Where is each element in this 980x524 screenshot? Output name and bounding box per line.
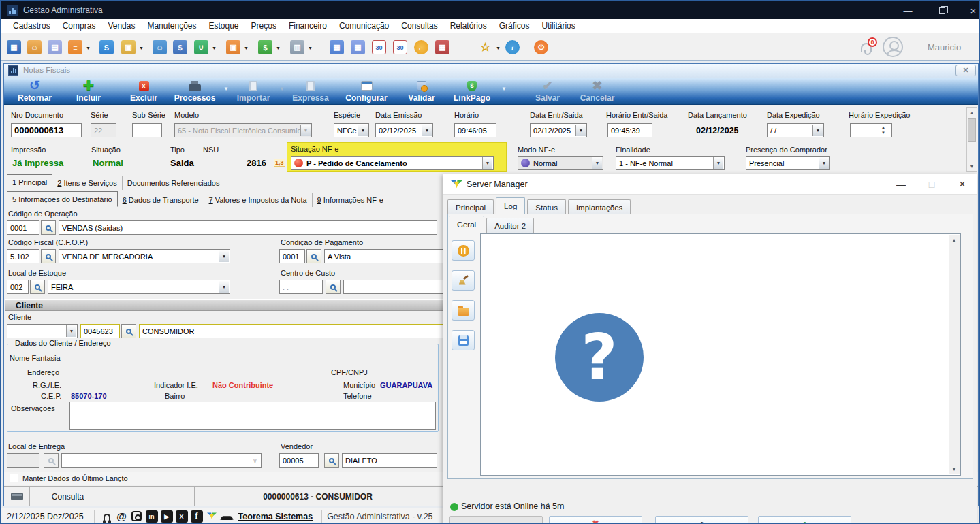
- dropdown-arrow-icon[interactable]: [219, 250, 229, 262]
- vendedor-name[interactable]: DIALETO: [342, 453, 437, 468]
- subtab-valores-impostos[interactable]: 7Valores e Impostos da Nota: [204, 193, 313, 207]
- x-twitter-icon[interactable]: X: [176, 510, 188, 523]
- dropdown-arrow-icon[interactable]: [66, 325, 76, 337]
- cancelar-button[interactable]: ✖Cancelar: [578, 79, 616, 103]
- open-folder-button[interactable]: [452, 300, 475, 321]
- dropdown-arrow-icon[interactable]: [219, 281, 229, 293]
- server-subtab-auditor2[interactable]: Auditor 2: [486, 218, 534, 233]
- notas-close-icon[interactable]: ✕: [955, 65, 976, 76]
- situacao-nfe-combo[interactable]: P - Pedido de Cancelamento: [291, 156, 494, 170]
- linkedin-icon[interactable]: in: [146, 510, 158, 523]
- local-estoque-code[interactable]: 002: [7, 280, 29, 294]
- teorema-logo-icon[interactable]: [206, 510, 218, 523]
- minimize-icon[interactable]: —: [889, 177, 913, 192]
- menu-consultas[interactable]: Consultas: [395, 21, 443, 31]
- cliente-search-button[interactable]: [121, 324, 136, 338]
- close-icon[interactable]: ×: [963, 3, 980, 18]
- minimize-icon[interactable]: —: [898, 3, 918, 18]
- menu-vendas[interactable]: Vendas: [101, 21, 141, 31]
- calculator-icon[interactable]: ▦: [351, 40, 365, 54]
- building-search-icon[interactable]: ▦: [435, 40, 449, 54]
- codigo-operacao-search-button[interactable]: [41, 220, 56, 235]
- condicao-pagamento-code[interactable]: 0001: [279, 249, 305, 263]
- tab-documentos-referenciados[interactable]: Documentos Referenciados: [123, 176, 225, 190]
- menu-cadastros[interactable]: Cadastros: [7, 21, 57, 31]
- menu-financeiro[interactable]: Financeiro: [283, 21, 333, 31]
- cart-icon[interactable]: ∪: [194, 40, 208, 54]
- data-expedicao-combo[interactable]: / /: [767, 123, 824, 137]
- data-entr-saida-combo[interactable]: 02/12/2025: [530, 123, 587, 137]
- local-estoque-search-button[interactable]: [30, 280, 45, 294]
- dropdown-arrow-icon[interactable]: ▼: [223, 86, 229, 92]
- dropdown-arrow-icon[interactable]: [819, 157, 829, 169]
- server-action-button-4[interactable]: ●: [758, 516, 851, 524]
- manter-dados-checkbox[interactable]: [10, 474, 18, 482]
- server-tab-implantacoes[interactable]: Implantações: [568, 199, 631, 214]
- subtab-informacoes-destinatario[interactable]: 5Informações do Destinatário: [7, 191, 118, 207]
- cfop-search-button[interactable]: [41, 249, 56, 263]
- clear-log-button[interactable]: [452, 270, 475, 291]
- dropdown-arrow-icon[interactable]: ▼: [244, 46, 249, 50]
- headset-icon[interactable]: [101, 510, 113, 523]
- horario-entr-saida-field[interactable]: 09:45:39: [607, 123, 652, 137]
- avatar[interactable]: [883, 37, 903, 57]
- dropdown-arrow-icon[interactable]: [575, 125, 586, 136]
- server-action-button-1[interactable]: ▪: [449, 516, 543, 524]
- horario-field[interactable]: 09:46:05: [454, 123, 496, 137]
- data-emissao-combo[interactable]: 02/12/2025: [375, 123, 433, 137]
- importar-button[interactable]: Importar: [234, 79, 272, 103]
- dropdown-arrow-icon[interactable]: [482, 157, 492, 169]
- consulta-button[interactable]: Consulta: [30, 487, 106, 506]
- dropdown-arrow-icon[interactable]: [713, 157, 723, 169]
- configurar-button[interactable]: Configurar: [342, 79, 391, 103]
- dropdown-arrow-icon[interactable]: [358, 125, 368, 136]
- horario-expedicao-spinner[interactable]: [850, 123, 892, 137]
- validar-button[interactable]: Validar: [405, 79, 439, 103]
- finalidade-combo[interactable]: 1 - NF-e Normal: [616, 156, 725, 170]
- orders-icon[interactable]: ▣: [226, 40, 240, 54]
- scroll-down-icon[interactable]: ▼: [967, 161, 977, 171]
- cliente-code[interactable]: 0045623: [80, 324, 120, 338]
- spinner-up-down-icon[interactable]: ▲▼: [881, 125, 885, 135]
- cfop-combo[interactable]: VENDA DE MERCADORIA: [59, 249, 230, 263]
- menu-precos[interactable]: Preços: [245, 21, 283, 31]
- centro-custo-code[interactable]: . .: [279, 280, 323, 294]
- dropdown-arrow-icon[interactable]: [592, 157, 602, 169]
- cliente-type-combo[interactable]: [7, 324, 78, 338]
- restore-icon[interactable]: [932, 3, 952, 18]
- expressa-button[interactable]: Expressa: [293, 79, 328, 103]
- excluir-button[interactable]: xExcluir: [125, 79, 162, 103]
- menu-compras[interactable]: Compras: [57, 21, 102, 31]
- dropdown-arrow-icon[interactable]: ▼: [139, 46, 144, 50]
- company-icon[interactable]: ▦: [7, 40, 21, 54]
- dropdown-arrow-icon[interactable]: ▼: [212, 46, 217, 50]
- modo-nfe-combo[interactable]: Normal: [518, 156, 603, 170]
- document-s-icon[interactable]: S: [99, 40, 114, 54]
- menu-manutencoes[interactable]: Manutenções: [141, 21, 202, 31]
- cfop-code[interactable]: 5.102: [7, 249, 39, 263]
- vendedor-search-button[interactable]: [324, 453, 339, 468]
- incluir-button[interactable]: ✚Incluir: [69, 79, 108, 103]
- dropdown-arrow-icon[interactable]: [422, 125, 432, 136]
- nro-documento-field[interactable]: 0000000613: [11, 123, 82, 137]
- salvar-button[interactable]: ✔Salvar: [532, 79, 563, 103]
- condicao-pagamento-search-button[interactable]: [306, 249, 321, 263]
- package-icon[interactable]: ▣: [121, 40, 136, 54]
- especie-combo[interactable]: NFCe: [334, 123, 369, 137]
- dropdown-arrow-icon[interactable]: ▼: [279, 86, 285, 92]
- cash-register-icon[interactable]: ▥: [290, 40, 304, 54]
- star-icon[interactable]: ☆: [478, 40, 492, 54]
- email-at-icon[interactable]: @: [116, 510, 128, 523]
- log-scrollbar[interactable]: ▲ ▼: [949, 235, 960, 474]
- dropdown-arrow-icon[interactable]: [812, 125, 823, 136]
- card-icon[interactable]: ▤: [48, 40, 62, 54]
- facebook-icon[interactable]: f: [191, 510, 203, 523]
- server-action-button-3[interactable]: ●: [655, 516, 748, 524]
- salesperson-icon[interactable]: ☺: [153, 40, 167, 54]
- server-subtab-geral[interactable]: Geral: [449, 216, 484, 233]
- server-log-area[interactable]: ? ▲ ▼: [480, 233, 961, 476]
- dropdown-arrow-icon[interactable]: ▼: [308, 46, 313, 50]
- processos-button[interactable]: Processos: [171, 79, 219, 103]
- calculator-blue-icon[interactable]: ▦: [330, 40, 344, 54]
- instagram-icon[interactable]: [131, 510, 143, 523]
